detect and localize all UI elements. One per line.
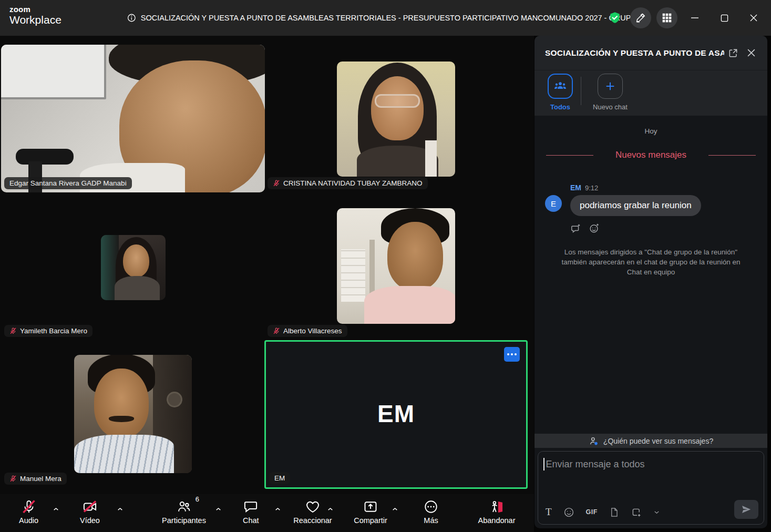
muted-mic-icon bbox=[9, 327, 17, 335]
audio-options-chevron[interactable] bbox=[50, 504, 61, 514]
reply-in-thread-icon[interactable] bbox=[570, 222, 582, 234]
video-tile-alberto[interactable]: Alberto Villacreses bbox=[265, 192, 529, 340]
participants-button[interactable]: 6 Participantes bbox=[160, 497, 208, 529]
maximize-button[interactable] bbox=[712, 6, 736, 30]
chat-notice: Los mensajes dirigidos a "Chat de grupo … bbox=[557, 248, 746, 278]
chat-options-chevron[interactable] bbox=[272, 504, 283, 514]
meeting-controls-toolbar: Audio Vídeo 6 Pa bbox=[0, 494, 534, 532]
video-tile-cristina[interactable]: CRISTINA NATIVIDAD TUBAY ZAMBRANO bbox=[265, 45, 529, 192]
new-chat-button[interactable]: Nuevo chat bbox=[591, 74, 630, 111]
minimize-button[interactable] bbox=[683, 6, 707, 30]
privacy-hint-bar[interactable]: ¿Quién puede ver sus mensajes? bbox=[534, 434, 767, 448]
more-ellipsis-icon bbox=[424, 497, 438, 514]
new-messages-label: Nuevos mensajes bbox=[615, 150, 686, 160]
participants-options-chevron[interactable] bbox=[213, 504, 223, 514]
video-options-chevron[interactable] bbox=[115, 504, 125, 514]
chat-messages[interactable]: Hoy Nuevos mensajes EM9:12 E podriamos g… bbox=[534, 116, 767, 434]
message-compose-box: Enviar mensaje a todos T GIF bbox=[538, 451, 764, 525]
chat-button[interactable]: Chat bbox=[243, 497, 259, 529]
plus-icon bbox=[598, 74, 623, 99]
avatar: E bbox=[545, 195, 562, 212]
privacy-hint-text: ¿Quién puede ver sus mensajes? bbox=[603, 437, 713, 445]
tile-more-options-button[interactable] bbox=[504, 347, 520, 362]
name-tag-em: EM bbox=[269, 472, 290, 484]
share-button[interactable]: Compartir bbox=[347, 497, 394, 529]
leave-door-icon bbox=[489, 497, 505, 514]
tab-todos[interactable]: Todos bbox=[545, 74, 575, 111]
video-feed-manuel bbox=[74, 355, 192, 473]
message-header: EM9:12 bbox=[570, 183, 767, 192]
security-shield-icon[interactable] bbox=[608, 11, 622, 25]
send-message-button[interactable] bbox=[734, 500, 758, 519]
name-tag-edgar: Edgar Santana Rivera GADP Manabi bbox=[4, 177, 132, 189]
video-tile-edgar[interactable]: Edgar Santana Rivera GADP Manabi bbox=[1, 45, 265, 192]
video-tile-yamileth[interactable]: Yamileth Barcia Mero bbox=[1, 192, 265, 340]
grid-icon bbox=[662, 13, 672, 23]
video-button[interactable]: Vídeo bbox=[80, 497, 100, 529]
message-actions bbox=[570, 222, 767, 234]
chat-title: SOCIALIZACIÓN Y PUESTA A PUNTO DE ASA... bbox=[545, 48, 724, 58]
muted-mic-icon bbox=[273, 179, 280, 187]
zoom-workplace-logo: zoom Workplace bbox=[9, 5, 61, 25]
format-text-icon[interactable]: T bbox=[546, 506, 552, 518]
leave-meeting-button[interactable]: Abandonar bbox=[473, 497, 520, 529]
video-feed-edgar bbox=[1, 45, 265, 192]
more-button[interactable]: Más bbox=[416, 497, 446, 529]
participant-initials: EM bbox=[266, 399, 526, 427]
meeting-title-text: SOCIALIZACIÓN Y PUESTA A PUNTO DE ASAMBL… bbox=[141, 14, 644, 22]
video-feed-cristina bbox=[337, 62, 455, 177]
annotate-pencil-button[interactable] bbox=[630, 7, 651, 28]
info-icon[interactable] bbox=[127, 13, 136, 23]
video-tile-em-active-speaker[interactable]: EM EM bbox=[264, 340, 528, 489]
video-feed-yamileth bbox=[101, 235, 166, 300]
participants-count: 6 bbox=[196, 495, 199, 503]
pop-out-button[interactable] bbox=[724, 44, 742, 62]
react-options-chevron[interactable] bbox=[325, 504, 335, 514]
participant-name: CRISTINA NATIVIDAD TUBAY ZAMBRANO bbox=[283, 179, 423, 187]
attach-file-icon[interactable] bbox=[609, 507, 619, 518]
message-input[interactable]: Enviar mensaje a todos bbox=[543, 458, 758, 470]
chat-panel: SOCIALIZACIÓN Y PUESTA A PUNTO DE ASA... bbox=[534, 36, 767, 528]
tabs-divider bbox=[581, 77, 581, 105]
meeting-title: SOCIALIZACIÓN Y PUESTA A PUNTO DE ASAMBL… bbox=[127, 0, 644, 36]
new-chat-label: Nuevo chat bbox=[593, 103, 628, 111]
muted-mic-icon bbox=[9, 475, 17, 483]
day-divider: Hoy bbox=[534, 127, 767, 135]
participant-name: Alberto Villacreses bbox=[283, 327, 342, 335]
video-tile-manuel[interactable]: Manuel Mera bbox=[1, 340, 265, 488]
message-time: 9:12 bbox=[585, 184, 598, 192]
zoom-meeting-window: zoom Workplace SOCIALIZACIÓN Y PUESTA A … bbox=[0, 0, 771, 532]
participant-name: EM bbox=[274, 474, 285, 482]
name-tag-manuel: Manuel Mera bbox=[4, 473, 67, 485]
close-window-button[interactable] bbox=[742, 6, 766, 30]
participant-name: Edgar Santana Rivera GADP Manabi bbox=[9, 179, 127, 187]
pencil-icon bbox=[635, 12, 646, 24]
screenshot-icon[interactable] bbox=[631, 507, 642, 518]
close-chat-button[interactable] bbox=[742, 44, 760, 62]
apps-grid-button[interactable] bbox=[656, 7, 677, 28]
participants-icon: 6 bbox=[176, 497, 192, 514]
chat-panel-top: SOCIALIZACIÓN Y PUESTA A PUNTO DE ASA... bbox=[534, 36, 767, 116]
everyone-icon bbox=[548, 74, 573, 99]
audio-button[interactable]: Audio bbox=[19, 497, 38, 529]
emoji-icon[interactable] bbox=[563, 507, 574, 518]
send-icon bbox=[741, 504, 752, 515]
name-tag-cristina: CRISTINA NATIVIDAD TUBAY ZAMBRANO bbox=[268, 177, 428, 189]
compose-toolbar: T GIF bbox=[546, 506, 660, 518]
message-bubble[interactable]: podriamos grabar la reunion bbox=[570, 195, 701, 216]
maximize-icon bbox=[721, 14, 728, 22]
video-gallery: Edgar Santana Rivera GADP Manabi CRIS bbox=[0, 36, 534, 494]
video-feed-alberto bbox=[337, 208, 455, 324]
participant-name: Yamileth Barcia Mero bbox=[20, 327, 87, 335]
share-screen-icon bbox=[363, 497, 378, 514]
name-tag-alberto: Alberto Villacreses bbox=[268, 325, 347, 337]
share-options-chevron[interactable] bbox=[389, 504, 400, 514]
add-reaction-icon[interactable] bbox=[589, 222, 600, 234]
send-options-chevron[interactable] bbox=[653, 509, 660, 516]
heart-icon bbox=[305, 497, 320, 514]
chat-bubble-icon bbox=[243, 497, 258, 514]
close-icon bbox=[747, 48, 756, 57]
gif-icon[interactable]: GIF bbox=[586, 508, 598, 516]
chat-tabs: Todos Nuevo chat bbox=[545, 74, 630, 111]
minimize-icon bbox=[691, 14, 699, 22]
